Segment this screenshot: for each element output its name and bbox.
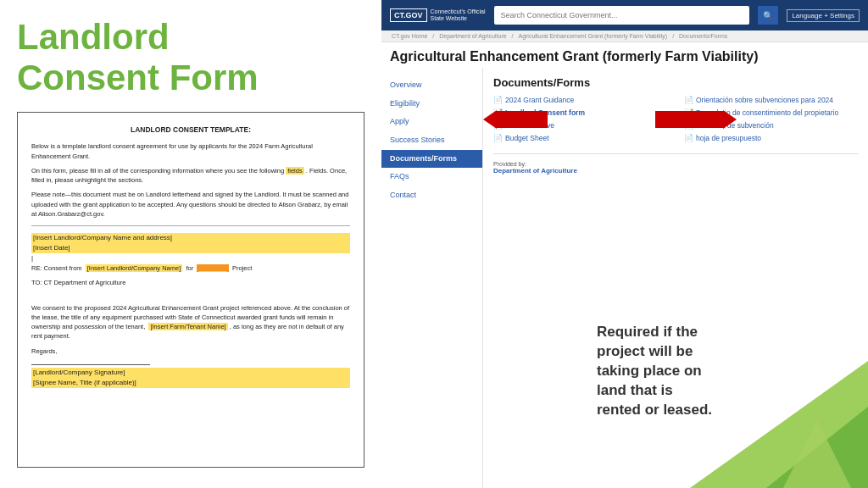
page-title-left: Landlord Consent Form xyxy=(17,17,364,99)
left-panel: Landlord Consent Form LANDLORD CONSENT T… xyxy=(0,0,381,488)
signature-line-divider xyxy=(31,364,150,365)
sig-label: [Landlord/Company Signature] xyxy=(31,368,350,378)
doc-para3: Please note—this document must be on Lan… xyxy=(31,190,350,219)
sidebar-item-overview[interactable]: Overview xyxy=(381,76,482,95)
insert-name-address: [Insert Landlord/Company Name and addres… xyxy=(31,233,350,243)
docs-divider xyxy=(493,153,858,154)
pdf-icon-3: 📄 xyxy=(493,134,503,142)
document-preview: LANDLORD CONSENT TEMPLATE: Below is a te… xyxy=(17,112,364,468)
doc-para1: Below is a template landlord consent agr… xyxy=(31,141,350,161)
pipe: | xyxy=(31,253,350,263)
breadcrumb-item-dept[interactable]: Department of Agriculture xyxy=(439,33,506,39)
signee-label: [Signee Name, Title (if applicable)] xyxy=(31,378,350,388)
doc-link-hoja[interactable]: 📄 hoja de presupuesto xyxy=(684,134,858,142)
language-settings-button[interactable]: Language + Settings xyxy=(787,9,860,22)
search-input[interactable] xyxy=(494,6,750,25)
consent-para: We consent to the proposed 2024 Agricult… xyxy=(31,303,350,341)
sidebar-item-eligibility[interactable]: Eligibility xyxy=(381,95,482,114)
bottom-right-area: Required if the project will be taking p… xyxy=(597,319,868,488)
breadcrumb: CT.gov Home / Department of Agriculture … xyxy=(381,30,868,42)
top-bar: CT.GOV Connecticut's Official State Webs… xyxy=(381,0,868,30)
sidebar-item-contact[interactable]: Contact xyxy=(381,186,482,205)
doc-link-budget-sheet[interactable]: 📄 Budget Sheet xyxy=(493,134,667,142)
sidebar-item-success[interactable]: Success Stories xyxy=(381,131,482,150)
insert-date: [Insert Date] xyxy=(31,243,350,253)
ct-logo-box: CT.GOV xyxy=(390,8,427,22)
doc-heading: LANDLORD CONSENT TEMPLATE: xyxy=(31,125,350,136)
doc-link-orientacion[interactable]: 📄 Orientación sobre subvenciones para 20… xyxy=(684,96,858,104)
breadcrumb-item-home[interactable]: CT.gov Home xyxy=(392,33,427,39)
main-content: Agricultural Enhancement Grant (formerly… xyxy=(381,42,868,488)
sidebar-item-apply[interactable]: Apply xyxy=(381,113,482,131)
callout-text: Required if the project will be taking p… xyxy=(597,323,754,420)
to-line: TO: CT Department of Agriculture xyxy=(31,278,350,287)
search-button[interactable]: 🔍 xyxy=(758,6,778,25)
page-content-area: Overview Eligibility Apply Success Stori… xyxy=(381,68,868,488)
sidebar: Overview Eligibility Apply Success Stori… xyxy=(381,68,483,488)
right-panel: CT.GOV Connecticut's Official State Webs… xyxy=(381,0,868,488)
red-arrow-doc-link xyxy=(655,110,737,129)
docs-section-title: Documents/Forms xyxy=(493,76,858,89)
provided-by-label: Provided by: xyxy=(493,161,858,167)
pdf-icon-4: 📄 xyxy=(684,96,693,104)
doc-para2: On this form, please fill in all of the … xyxy=(31,166,350,186)
doc-link-grant-guidance[interactable]: 📄 2024 Grant Guidance xyxy=(493,96,667,104)
sidebar-item-faqs[interactable]: FAQs xyxy=(381,168,482,186)
provided-by-dept[interactable]: Department of Agriculture xyxy=(493,167,858,175)
docs-area: Documents/Forms 📄 2024 Grant Guidance 📝 … xyxy=(483,68,868,488)
breadcrumb-item-grant[interactable]: Agricultural Enhancement Grant (formerly… xyxy=(518,33,667,39)
regards: Regards, xyxy=(31,347,350,356)
ct-logo: CT.GOV Connecticut's Official State Webs… xyxy=(390,8,486,23)
re-line: RE: Consent from [Insert Landlord/Compan… xyxy=(31,263,350,273)
sidebar-item-documents[interactable]: Documents/Forms xyxy=(381,150,482,169)
red-arrow-sidebar xyxy=(483,110,548,129)
pdf-icon: 📄 xyxy=(493,96,503,104)
ct-logo-subtitle: Connecticut's Official State Website xyxy=(431,8,486,23)
page-title-right: Agricultural Enhancement Grant (formerly… xyxy=(381,42,868,68)
breadcrumb-item-docs[interactable]: Documents/Forms xyxy=(679,33,727,39)
pdf-icon-6: 📄 xyxy=(684,134,693,142)
